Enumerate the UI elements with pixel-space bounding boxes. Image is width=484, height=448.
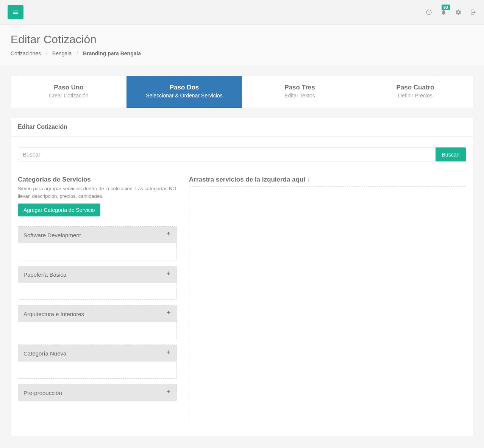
category-body[interactable]: [18, 322, 176, 339]
clock-button[interactable]: [426, 9, 432, 16]
menu-toggle-button[interactable]: [8, 5, 23, 19]
move-icon: [166, 271, 171, 278]
category-body[interactable]: [18, 243, 176, 260]
gear-icon: [455, 9, 462, 16]
breadcrumb-sep: /: [77, 50, 78, 56]
topbar-right: 93: [426, 9, 476, 16]
breadcrumb: Cotizaciones / Bengala / Branding para B…: [11, 50, 473, 56]
dropzone-column: Arrastra servicios de la izquierda aquí …: [189, 176, 466, 425]
step-subtitle: Crear Cotización: [15, 92, 123, 99]
category-item[interactable]: Pre-producción: [18, 384, 177, 401]
step-title: Paso Dos: [130, 84, 238, 91]
category-body[interactable]: [18, 283, 176, 299]
steps-tabs: Paso Uno Crear Cotización Paso Dos Selec…: [11, 75, 473, 108]
breadcrumb-link[interactable]: Cotizaciones: [11, 50, 41, 56]
move-icon: [166, 232, 171, 238]
category-body[interactable]: [18, 362, 176, 378]
move-icon: [166, 310, 171, 317]
category-item[interactable]: Software Development: [18, 226, 177, 260]
add-category-button[interactable]: Agregar Categoría de Servicio: [18, 204, 100, 216]
category-item[interactable]: Arquitectura e Interiores: [18, 305, 177, 339]
category-header[interactable]: Categoría Nueva: [18, 345, 176, 362]
move-icon: [166, 389, 171, 396]
logout-button[interactable]: [470, 9, 476, 16]
tab-step-four[interactable]: Paso Cuatro Definir Precios: [358, 76, 473, 108]
step-title: Paso Cuatro: [361, 84, 469, 91]
category-header[interactable]: Arquitectura e Interiores: [18, 305, 176, 322]
panel-title: Editar Cotización: [18, 124, 466, 130]
services-dropzone[interactable]: [189, 186, 466, 425]
edit-panel: Editar Cotización Buscar! Categorías de …: [11, 117, 473, 436]
panel-body: Buscar! Categorías de Servicios Sirven p…: [11, 137, 473, 436]
search-input[interactable]: [18, 147, 436, 161]
panel-header: Editar Cotización: [11, 117, 473, 137]
content: Paso Uno Crear Cotización Paso Dos Selec…: [0, 66, 484, 445]
breadcrumb-current: Branding para Bengala: [83, 50, 141, 56]
categories-column: Categorías de Servicios Sirven para agru…: [18, 176, 177, 425]
notifications-button[interactable]: 93: [440, 9, 447, 16]
search-button[interactable]: Buscar!: [436, 147, 466, 161]
tab-step-two[interactable]: Paso Dos Seleccionar & Ordenar Servicios: [126, 76, 242, 108]
step-title: Paso Tres: [246, 84, 354, 91]
categories-title: Categorías de Servicios: [18, 176, 177, 183]
page-header: Editar Cotización Cotizaciones / Bengala…: [0, 25, 484, 66]
category-header[interactable]: Pre-producción: [18, 384, 176, 401]
page-title: Editar Cotización: [11, 33, 473, 46]
category-name: Papelería Básica: [23, 271, 66, 278]
category-header[interactable]: Papelería Básica: [18, 266, 176, 283]
clock-icon: [426, 9, 432, 16]
topbar: 93: [0, 0, 484, 25]
category-name: Software Development: [23, 232, 81, 238]
step-subtitle: Definir Precios: [361, 92, 469, 99]
category-item[interactable]: Papelería Básica: [18, 266, 177, 300]
tab-step-one[interactable]: Paso Uno Crear Cotización: [11, 76, 126, 108]
dropzone-title: Arrastra servicios de la izquierda aquí …: [189, 176, 466, 183]
category-item[interactable]: Categoría Nueva: [18, 345, 177, 379]
categories-description: Sirven para agrupar servicios dentro de …: [18, 185, 177, 200]
category-header[interactable]: Software Development: [18, 227, 176, 243]
settings-button[interactable]: [455, 9, 462, 16]
tab-step-three[interactable]: Paso Tres Editar Textos: [242, 76, 358, 108]
category-name: Pre-producción: [23, 390, 62, 396]
columns: Categorías de Servicios Sirven para agru…: [18, 176, 466, 425]
step-subtitle: Editar Textos: [246, 92, 354, 99]
logout-icon: [470, 9, 476, 16]
search-row: Buscar!: [18, 147, 466, 161]
step-subtitle: Seleccionar & Ordenar Servicios: [130, 92, 238, 99]
move-icon: [166, 350, 171, 357]
hamburger-icon: [12, 9, 19, 15]
breadcrumb-sep: /: [46, 50, 47, 56]
category-name: Arquitectura e Interiores: [23, 311, 84, 317]
notification-badge: 93: [442, 5, 450, 10]
breadcrumb-link[interactable]: Bengala: [52, 50, 72, 56]
category-name: Categoría Nueva: [23, 350, 66, 357]
step-title: Paso Uno: [15, 84, 123, 91]
